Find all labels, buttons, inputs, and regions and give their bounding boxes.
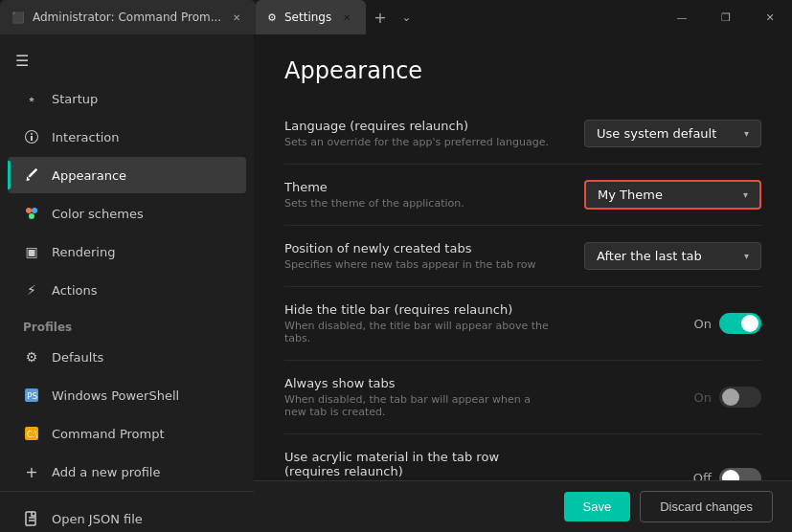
profiles-section-label: Profiles — [0, 309, 254, 338]
minimize-button[interactable]: — — [660, 0, 704, 34]
close-button[interactable]: ✕ — [748, 0, 792, 34]
svg-point-2 — [29, 213, 34, 219]
app-container: ☰ ⭒ Startup Interaction Appearance Color… — [0, 34, 792, 532]
toggle-label-hide-title-bar: On — [694, 317, 712, 331]
startup-icon: ⭒ — [23, 90, 40, 107]
toggle-always-show-tabs — [719, 387, 761, 408]
svg-text:C:\: C:\ — [27, 431, 37, 439]
settings-row-hide-title-bar: Hide the title bar (requires relaunch)Wh… — [284, 287, 761, 361]
tab-settings[interactable]: ⚙ Settings ✕ — [256, 0, 366, 34]
sidebar-item-defaults-label: Defaults — [52, 350, 103, 365]
tab-settings-label: Settings — [284, 11, 331, 24]
sidebar-item-interaction-label: Interaction — [52, 130, 120, 144]
sidebar-item-appearance[interactable]: Appearance — [8, 157, 246, 193]
svg-rect-7 — [26, 512, 35, 525]
setting-desc-always-show-tabs: When disabled, the tab bar will appear w… — [284, 393, 554, 418]
svg-point-1 — [32, 208, 37, 213]
svg-point-0 — [26, 208, 32, 213]
sidebar-item-actions[interactable]: ⚡ Actions — [8, 272, 246, 308]
save-button[interactable]: Save — [564, 492, 631, 521]
title-bar: ⬛ Administrator: Command Prom... ✕ ⚙ Set… — [0, 0, 792, 34]
settings-tab-icon: ⚙ — [267, 11, 277, 24]
add-profile-icon: + — [23, 463, 40, 480]
setting-desc-theme: Sets the theme of the application. — [284, 197, 554, 210]
dropdown-arrow-tab-position: ▾ — [744, 251, 749, 261]
toggle-hide-title-bar[interactable] — [719, 313, 761, 334]
actions-icon: ⚡ — [23, 281, 40, 299]
settings-row-always-show-tabs: Always show tabsWhen disabled, the tab b… — [284, 361, 761, 434]
svg-text:PS: PS — [27, 391, 37, 401]
tab-settings-close[interactable]: ✕ — [339, 10, 354, 25]
defaults-icon: ⚙ — [23, 348, 40, 366]
sidebar-item-appearance-label: Appearance — [52, 168, 126, 183]
setting-label-always-show-tabs: Always show tabs — [284, 376, 554, 390]
sidebar-item-add-profile[interactable]: + Add a new profile — [8, 454, 246, 490]
sidebar-item-interaction[interactable]: Interaction — [8, 119, 246, 155]
sidebar-item-powershell-label: Windows PowerShell — [52, 388, 179, 403]
sidebar-item-rendering[interactable]: ▣ Rendering — [8, 233, 246, 270]
dropdown-arrow-theme: ▾ — [743, 189, 748, 200]
sidebar-item-powershell[interactable]: PS Windows PowerShell — [8, 377, 246, 413]
setting-label-tab-position: Position of newly created tabs — [284, 241, 554, 255]
sidebar-item-color-schemes-label: Color schemes — [52, 207, 144, 221]
dropdown-value-theme: My Theme — [598, 188, 663, 202]
toggle-thumb-acrylic-material — [722, 470, 739, 481]
tab-dropdown-button[interactable]: ⌄ — [395, 0, 419, 34]
dropdown-tab-position[interactable]: After the last tab▾ — [584, 242, 761, 270]
open-json-icon — [23, 510, 40, 527]
main-content: Appearance Language (requires relaunch)S… — [254, 34, 792, 480]
window-controls: — ❐ ✕ — [660, 0, 792, 34]
setting-desc-tab-position: Specifies where new tabs appear in the t… — [284, 258, 554, 271]
setting-label-theme: Theme — [284, 180, 554, 194]
sidebar: ☰ ⭒ Startup Interaction Appearance Color… — [0, 34, 254, 532]
appearance-icon — [23, 166, 40, 184]
setting-desc-language: Sets an override for the app's preferred… — [284, 136, 554, 148]
toggle-acrylic-material[interactable] — [719, 468, 761, 481]
discard-button[interactable]: Discard changes — [640, 491, 773, 522]
rendering-icon: ▣ — [23, 243, 40, 260]
sidebar-item-actions-label: Actions — [52, 283, 98, 298]
settings-row-tab-position: Position of newly created tabsSpecifies … — [284, 226, 761, 287]
tab-cmd[interactable]: ⬛ Administrator: Command Prom... ✕ — [0, 0, 256, 34]
sidebar-item-open-json[interactable]: Open JSON file — [8, 500, 246, 532]
toggle-label-acrylic-material: Off — [693, 471, 712, 480]
menu-button[interactable]: ☰ — [0, 42, 254, 79]
setting-label-acrylic-material: Use acrylic material in the tab row (req… — [284, 450, 554, 478]
cmd-icon: ⬛ — [11, 11, 25, 24]
tab-cmd-close[interactable]: ✕ — [229, 10, 244, 25]
color-schemes-icon — [23, 205, 40, 222]
dropdown-arrow-language: ▾ — [744, 128, 749, 139]
settings-row-theme: ThemeSets the theme of the application.M… — [284, 165, 761, 226]
toggle-thumb-always-show-tabs — [722, 388, 739, 406]
page-title: Appearance — [284, 57, 761, 84]
settings-row-language: Language (requires relaunch)Sets an over… — [284, 103, 761, 165]
maximize-button[interactable]: ❐ — [704, 0, 748, 34]
sidebar-item-startup-label: Startup — [52, 92, 98, 106]
setting-label-hide-title-bar: Hide the title bar (requires relaunch) — [284, 302, 554, 317]
footer: Save Discard changes — [254, 480, 792, 532]
toggle-thumb-hide-title-bar — [741, 315, 758, 332]
sidebar-item-cmd[interactable]: C:\ Command Prompt — [8, 415, 246, 452]
dropdown-value-language: Use system default — [597, 126, 716, 141]
tab-cmd-label: Administrator: Command Prom... — [33, 11, 221, 24]
settings-row-acrylic-material: Use acrylic material in the tab row (req… — [284, 434, 761, 480]
sidebar-item-rendering-label: Rendering — [52, 245, 115, 259]
sidebar-bottom: Open JSON file — [0, 491, 254, 532]
sidebar-item-cmd-label: Command Prompt — [52, 427, 165, 441]
dropdown-value-tab-position: After the last tab — [597, 249, 702, 263]
toggle-label-always-show-tabs: On — [694, 390, 712, 405]
sidebar-item-startup[interactable]: ⭒ Startup — [8, 80, 246, 117]
dropdown-language[interactable]: Use system default▾ — [584, 120, 761, 147]
sidebar-item-color-schemes[interactable]: Color schemes — [8, 195, 246, 232]
setting-label-language: Language (requires relaunch) — [284, 119, 554, 133]
powershell-icon: PS — [23, 387, 40, 404]
cmd-profile-icon: C:\ — [23, 425, 40, 442]
new-tab-button[interactable]: + — [366, 0, 394, 34]
interaction-icon — [23, 128, 40, 145]
sidebar-item-open-json-label: Open JSON file — [52, 512, 143, 526]
sidebar-item-add-profile-label: Add a new profile — [52, 465, 160, 479]
setting-desc-hide-title-bar: When disabled, the title bar will appear… — [284, 320, 554, 344]
settings-container: Language (requires relaunch)Sets an over… — [284, 103, 761, 480]
dropdown-theme[interactable]: My Theme▾ — [584, 180, 761, 210]
sidebar-item-defaults[interactable]: ⚙ Defaults — [8, 339, 246, 375]
